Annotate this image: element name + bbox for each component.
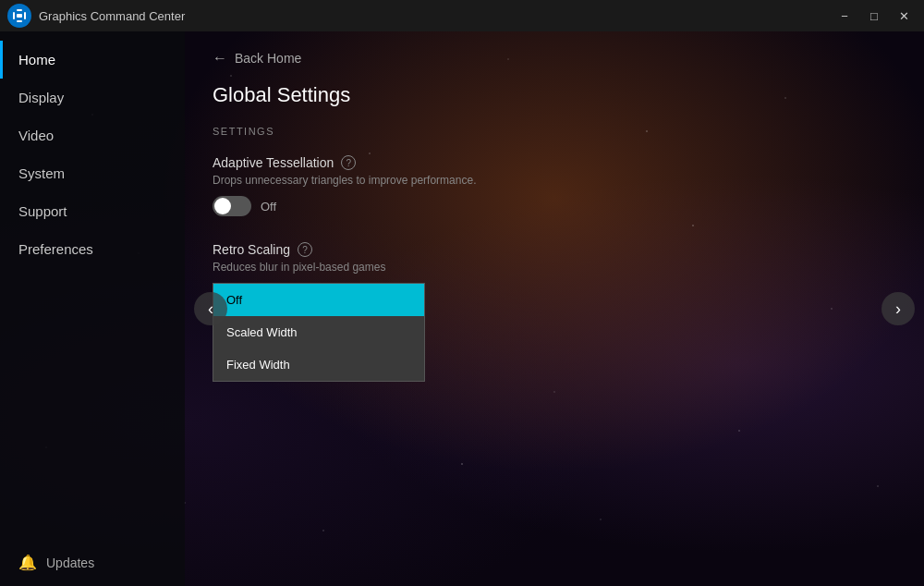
adaptive-tessellation-desc: Drops unnecessary triangles to improve p… — [213, 174, 896, 187]
close-button[interactable]: ✕ — [891, 6, 917, 26]
bell-icon: 🔔 — [18, 554, 37, 571]
adaptive-tessellation-row: Adaptive Tessellation ? Drops unnecessar… — [213, 155, 896, 216]
sidebar: Home Display Video System Support Prefer… — [0, 31, 185, 586]
back-label: Back Home — [235, 51, 301, 66]
settings-section-label: SETTINGS — [213, 126, 896, 137]
right-arrow-button[interactable]: › — [881, 292, 915, 325]
retro-scaling-name: Retro Scaling ? — [213, 242, 896, 257]
svg-rect-3 — [24, 12, 26, 19]
minimize-button[interactable]: − — [832, 6, 857, 26]
retro-scaling-help-icon[interactable]: ? — [298, 242, 312, 257]
page-title: Global Settings — [213, 83, 896, 107]
dropdown-option-scaled-width[interactable]: Scaled Width — [213, 316, 424, 348]
adaptive-tessellation-name: Adaptive Tessellation ? — [213, 155, 896, 170]
app-body: Home Display Video System Support Prefer… — [0, 31, 924, 586]
back-nav[interactable]: ← Back Home — [213, 50, 896, 67]
svg-rect-1 — [17, 9, 22, 11]
sidebar-item-display[interactable]: Display — [0, 79, 185, 116]
svg-rect-2 — [17, 20, 22, 22]
dropdown-option-fixed-width[interactable]: Fixed Width — [213, 348, 424, 381]
svg-rect-0 — [13, 12, 15, 19]
toggle-knob — [214, 198, 231, 214]
retro-scaling-row: Retro Scaling ? Reduces blur in pixel-ba… — [213, 242, 896, 274]
sidebar-item-video[interactable]: Video — [0, 116, 185, 154]
updates-section[interactable]: 🔔 Updates — [0, 539, 185, 586]
titlebar: Graphics Command Center − □ ✕ — [0, 0, 924, 31]
left-arrow-button[interactable]: ‹ — [194, 292, 227, 325]
window-controls: − □ ✕ — [832, 6, 917, 26]
sidebar-item-home[interactable]: Home — [0, 41, 185, 79]
svg-rect-4 — [17, 14, 22, 18]
retro-scaling-desc: Reduces blur in pixel-based games — [213, 261, 896, 274]
titlebar-left: Graphics Command Center — [7, 4, 185, 28]
sidebar-item-preferences[interactable]: Preferences — [0, 230, 185, 268]
adaptive-tessellation-toggle-container: Off — [213, 196, 896, 216]
sidebar-item-support[interactable]: Support — [0, 192, 185, 230]
sidebar-item-system[interactable]: System — [0, 154, 185, 192]
adaptive-tessellation-toggle[interactable] — [213, 196, 251, 216]
adaptive-tessellation-help-icon[interactable]: ? — [341, 155, 356, 170]
toggle-state-label: Off — [261, 200, 276, 214]
updates-label: Updates — [46, 555, 94, 570]
app-title: Graphics Command Center — [39, 9, 185, 23]
maximize-button[interactable]: □ — [861, 6, 887, 26]
intel-logo — [7, 4, 31, 28]
dropdown-option-off[interactable]: Off — [213, 284, 424, 316]
retro-scaling-dropdown-menu: Off Scaled Width Fixed Width — [213, 283, 425, 382]
main-content: ← Back Home Global Settings SETTINGS Ada… — [185, 31, 924, 586]
back-arrow-icon: ← — [213, 50, 227, 67]
